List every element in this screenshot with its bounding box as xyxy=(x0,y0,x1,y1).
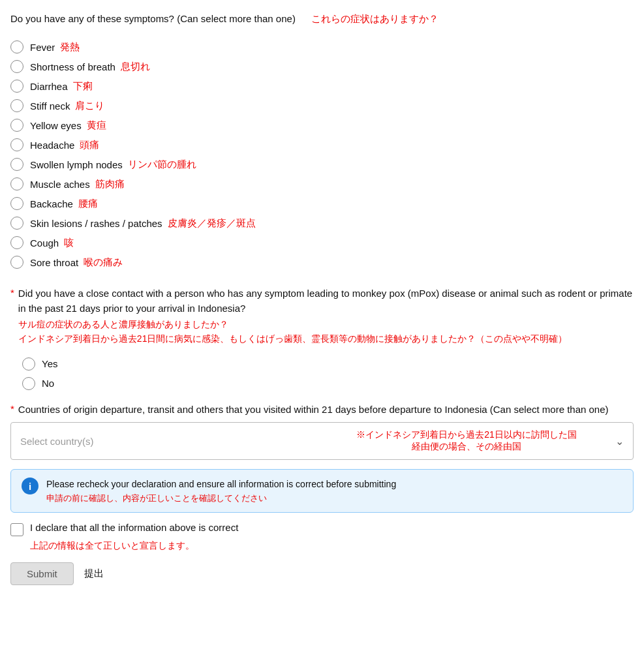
countries-section: * Countries of origin departure, transit… xyxy=(10,402,634,461)
symptom-headache[interactable]: Headache 頭痛 xyxy=(10,135,634,155)
symptom-shortness-jp: 息切れ xyxy=(121,61,150,73)
symptom-fever-checkbox[interactable] xyxy=(10,40,23,53)
mpox-yes-label: Yes xyxy=(42,358,57,369)
country-select-placeholder: Select country(s) xyxy=(20,436,318,447)
mpox-question-section: * Did you have a close contact with a pe… xyxy=(10,286,634,346)
symptom-cough-checkbox[interactable] xyxy=(10,236,23,249)
submit-row: Submit 提出 xyxy=(10,562,634,585)
symptom-swollen-lymph-jp: リンパ節の腫れ xyxy=(128,159,196,171)
chevron-down-icon: ⌄ xyxy=(615,435,624,448)
symptom-fever[interactable]: Fever 発熱 xyxy=(10,37,634,57)
symptoms-header: Do you have any of these symptoms? (Can … xyxy=(10,13,634,25)
symptom-skin-lesions-en: Skin lesions / rashes / patches xyxy=(30,218,162,229)
symptom-list: Fever 発熱 Shortness of breath 息切れ Diarrhe… xyxy=(10,37,634,272)
symptom-shortness-en: Shortness of breath xyxy=(30,61,115,72)
symptom-backache[interactable]: Backache 腰痛 xyxy=(10,194,634,213)
mpox-yes-radio[interactable] xyxy=(22,357,35,371)
symptom-sore-throat-jp: 喉の痛み xyxy=(84,256,123,269)
symptom-fever-en: Fever xyxy=(30,42,55,53)
mpox-question-jp: サル痘の症状のある人と濃厚接触がありましたか？ インドネシア到着日から過去21日… xyxy=(18,317,634,346)
mpox-no-radio[interactable] xyxy=(22,377,35,390)
symptom-swollen-lymph-en: Swollen lymph nodes xyxy=(30,159,123,170)
symptom-sore-throat-checkbox[interactable] xyxy=(10,256,23,269)
symptom-shortness[interactable]: Shortness of breath 息切れ xyxy=(10,57,634,76)
declaration-jp: 上記の情報は全て正しいと宣言します。 xyxy=(30,540,634,552)
mpox-radio-group: Yes No xyxy=(22,354,634,393)
symptom-muscle-aches-checkbox[interactable] xyxy=(10,177,23,190)
symptoms-header-jp: これらの症状はありますか？ xyxy=(311,13,438,25)
symptom-cough-jp: 咳 xyxy=(64,237,74,249)
symptom-headache-en: Headache xyxy=(30,140,74,151)
declaration-row[interactable]: I declare that all the information above… xyxy=(10,522,634,536)
mpox-question-jp-line1: サル痘の症状のある人と濃厚接触がありましたか？ xyxy=(18,317,634,331)
countries-question-en: Countries of origin departure, transit a… xyxy=(18,402,609,418)
symptom-headache-checkbox[interactable] xyxy=(10,138,23,151)
symptom-skin-lesions-jp: 皮膚炎／発疹／斑点 xyxy=(168,217,256,230)
symptom-yellow-eyes-checkbox[interactable] xyxy=(10,119,23,132)
mpox-no-label: No xyxy=(42,378,54,389)
mpox-no-item[interactable]: No xyxy=(22,374,634,393)
info-box: i Please recheck your declaration and en… xyxy=(10,469,634,513)
symptom-muscle-aches[interactable]: Muscle aches 筋肉痛 xyxy=(10,174,634,194)
country-select-jp: ※インドネシア到着日から過去21日以内に訪問した国 経由便の場合、その経由国 xyxy=(318,429,615,453)
symptoms-header-en: Do you have any of these symptoms? (Can … xyxy=(10,13,296,24)
symptom-backache-en: Backache xyxy=(30,198,73,209)
country-select-wrapper[interactable]: Select country(s) ※インドネシア到着日から過去21日以内に訪問… xyxy=(10,422,634,460)
symptom-yellow-eyes-jp: 黄疸 xyxy=(87,119,106,132)
symptom-swollen-lymph[interactable]: Swollen lymph nodes リンパ節の腫れ xyxy=(10,155,634,174)
symptom-stiff-neck-jp: 肩こり xyxy=(75,100,104,112)
symptom-stiff-neck[interactable]: Stiff neck 肩こり xyxy=(10,96,634,115)
submit-button[interactable]: Submit xyxy=(10,562,74,585)
countries-required-star: * xyxy=(10,403,14,414)
symptom-diarrhea-en: Diarrhea xyxy=(30,81,68,92)
symptom-yellow-eyes-en: Yellow eyes xyxy=(30,120,82,131)
symptom-yellow-eyes[interactable]: Yellow eyes 黄疸 xyxy=(10,115,634,135)
symptom-stiff-neck-en: Stiff neck xyxy=(30,100,70,112)
symptom-fever-jp: 発熱 xyxy=(60,41,80,53)
symptom-diarrhea-jp: 下痢 xyxy=(73,80,93,93)
info-box-en: Please recheck your declaration and ensu… xyxy=(46,478,622,491)
symptom-swollen-lymph-checkbox[interactable] xyxy=(10,158,23,171)
symptom-cough-en: Cough xyxy=(30,237,59,249)
symptom-muscle-aches-jp: 筋肉痛 xyxy=(95,178,125,190)
symptom-sore-throat-en: Sore throat xyxy=(30,257,78,268)
symptom-skin-lesions[interactable]: Skin lesions / rashes / patches 皮膚炎／発疹／斑… xyxy=(10,213,634,233)
symptom-backache-jp: 腰痛 xyxy=(78,198,98,210)
symptom-diarrhea-checkbox[interactable] xyxy=(10,80,23,93)
symptom-muscle-aches-en: Muscle aches xyxy=(30,179,90,190)
symptom-backache-checkbox[interactable] xyxy=(10,197,23,210)
symptom-skin-lesions-checkbox[interactable] xyxy=(10,217,23,230)
declaration-label-en: I declare that all the information above… xyxy=(30,522,238,533)
submit-jp-label: 提出 xyxy=(84,568,104,580)
symptom-stiff-neck-checkbox[interactable] xyxy=(10,99,23,112)
mpox-yes-item[interactable]: Yes xyxy=(22,354,634,374)
symptom-cough[interactable]: Cough 咳 xyxy=(10,233,634,252)
symptom-diarrhea[interactable]: Diarrhea 下痢 xyxy=(10,76,634,96)
mpox-question-jp-line2: インドネシア到着日から過去21日間に病気に感染、もしくはげっ歯類、霊長類等の動物… xyxy=(18,331,634,346)
symptom-shortness-checkbox[interactable] xyxy=(10,60,23,73)
info-box-jp: 申請の前に確認し、内容が正しいことを確認してください xyxy=(46,493,622,504)
declaration-checkbox[interactable] xyxy=(10,523,23,536)
info-icon: i xyxy=(22,478,38,494)
symptom-headache-jp: 頭痛 xyxy=(80,139,99,151)
symptom-sore-throat[interactable]: Sore throat 喉の痛み xyxy=(10,252,634,272)
mpox-question-en: Did you have a close contact with a pers… xyxy=(18,286,634,316)
mpox-required-star: * xyxy=(10,287,14,298)
